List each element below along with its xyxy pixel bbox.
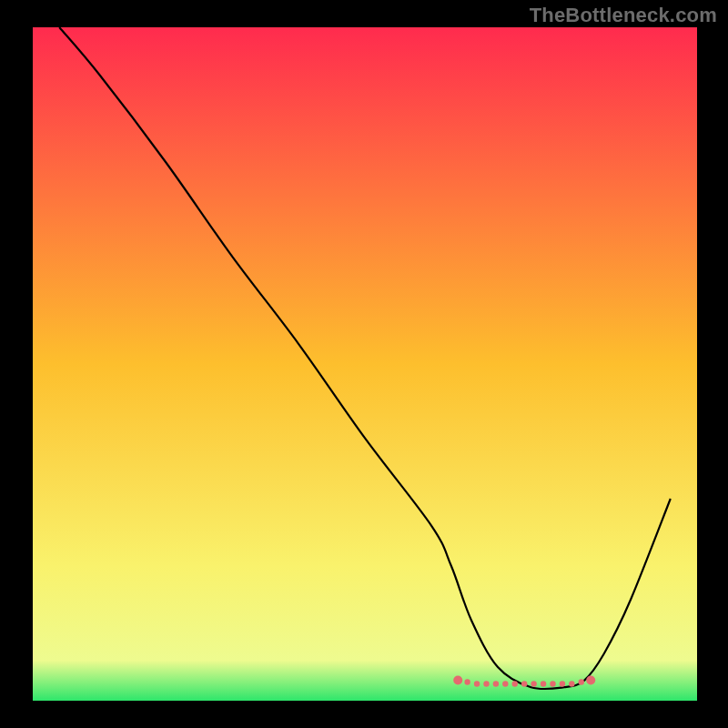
svg-point-1 xyxy=(464,679,470,684)
svg-point-3 xyxy=(483,681,489,686)
bottleneck-chart xyxy=(0,0,728,728)
svg-point-10 xyxy=(550,681,555,686)
svg-point-7 xyxy=(521,681,527,686)
gradient-background xyxy=(33,27,697,701)
svg-point-4 xyxy=(493,681,499,686)
svg-point-2 xyxy=(474,681,480,686)
svg-point-13 xyxy=(579,679,584,684)
svg-point-6 xyxy=(512,681,518,686)
svg-point-11 xyxy=(560,681,565,686)
svg-point-8 xyxy=(531,681,536,686)
chart-container: TheBottleneck.com xyxy=(0,0,728,728)
svg-point-14 xyxy=(586,676,595,685)
svg-point-12 xyxy=(569,681,574,686)
svg-point-5 xyxy=(502,681,508,686)
svg-point-0 xyxy=(453,676,462,685)
svg-point-9 xyxy=(541,681,546,686)
